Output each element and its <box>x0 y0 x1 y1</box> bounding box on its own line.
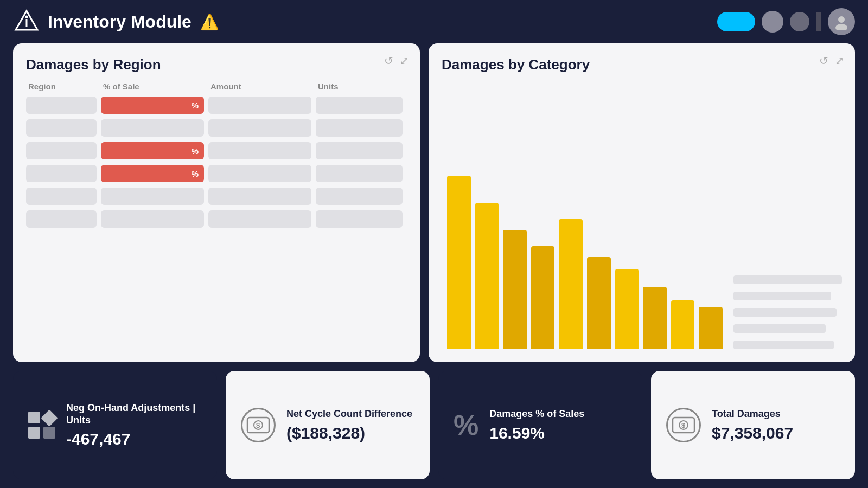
cell-pct-empty <box>101 210 204 228</box>
svg-point-3 <box>838 16 845 23</box>
metric-neg-on-hand: Neg On-Hand Adjustments | Units -467,467 <box>13 371 217 479</box>
legend-line-4 <box>733 324 826 333</box>
blue-button[interactable] <box>717 12 755 31</box>
cell-region <box>26 188 97 205</box>
chart-legend <box>723 265 842 349</box>
user-avatar[interactable] <box>828 8 855 35</box>
col-region: Region <box>28 82 99 91</box>
bar-chart <box>447 176 723 349</box>
panel-title-left: Damages by Region <box>26 56 407 73</box>
cell-units <box>316 188 403 205</box>
bottom-row: Neg On-Hand Adjustments | Units -467,467… <box>13 371 855 479</box>
cell-amount <box>208 119 311 137</box>
cell-region <box>26 119 97 137</box>
top-row: Damages by Region ↺ ⤢ Region % of Sale A… <box>13 43 855 362</box>
expand-button-right[interactable]: ⤢ <box>835 54 844 67</box>
main-content: Damages by Region ↺ ⤢ Region % of Sale A… <box>0 43 868 488</box>
header: Inventory Module ⚠️ <box>0 0 868 43</box>
panel-controls-left: ↺ ⤢ <box>384 54 409 67</box>
net-cycle-icon: $ <box>241 408 276 442</box>
legend-line-2 <box>733 292 831 300</box>
app-title: Inventory Module <box>48 12 192 32</box>
cell-amount <box>208 188 311 205</box>
bar-4 <box>531 246 555 349</box>
table-row <box>26 119 407 137</box>
cell-units <box>316 165 403 182</box>
table-row <box>26 210 407 228</box>
col-amount: Amount <box>210 82 314 91</box>
metric-damages-pct: % Damages % of Sales 16.59% <box>438 371 642 479</box>
damages-pct-label: Damages % of Sales <box>489 408 584 420</box>
neg-on-hand-icon <box>28 412 55 439</box>
cell-pct-empty <box>101 188 204 205</box>
bar-7 <box>615 269 639 349</box>
cell-units <box>316 119 403 137</box>
total-damages-text: Total Damages $7,358,067 <box>712 408 793 442</box>
icon-sq2 <box>28 427 40 439</box>
table-row <box>26 188 407 205</box>
logo-icon <box>13 8 40 35</box>
table-row: % <box>26 165 407 182</box>
net-cycle-label: Net Cycle Count Difference <box>286 408 412 420</box>
bar-2 <box>475 203 499 349</box>
bar-8 <box>643 287 667 349</box>
alert-icon: ⚠️ <box>200 13 219 31</box>
cell-region <box>26 165 97 182</box>
cell-pct-bar: % <box>101 165 204 182</box>
gray-button-1[interactable] <box>762 11 783 33</box>
cell-region <box>26 210 97 228</box>
panel-title-right: Damages by Category <box>442 56 842 73</box>
svg-point-4 <box>835 24 847 30</box>
damages-pct-icon: % <box>454 411 478 439</box>
cell-amount <box>208 165 311 182</box>
metric-net-cycle: $ Net Cycle Count Difference ($188,328) <box>226 371 430 479</box>
total-damages-icon: $ <box>666 408 701 442</box>
cell-pct-bar: % <box>101 142 204 159</box>
svg-text:$: $ <box>681 421 686 429</box>
neg-on-hand-text: Neg On-Hand Adjustments | Units -467,467 <box>66 402 202 449</box>
bar-6 <box>587 257 611 349</box>
cell-amount <box>208 210 311 228</box>
svg-point-2 <box>25 16 28 18</box>
damages-pct-text: Damages % of Sales 16.59% <box>489 408 584 442</box>
chart-area <box>442 82 842 349</box>
neg-on-hand-value: -467,467 <box>66 430 202 448</box>
legend-line-1 <box>733 275 842 284</box>
gray-button-3[interactable] <box>816 12 821 31</box>
col-pct-sale: % of Sale <box>103 82 206 91</box>
bar-9 <box>671 300 695 349</box>
cell-pct-bar: % <box>101 97 204 114</box>
legend-line-5 <box>733 341 834 349</box>
cell-region <box>26 142 97 159</box>
cell-amount <box>208 97 311 114</box>
table-header: Region % of Sale Amount Units <box>26 82 407 91</box>
refresh-button-right[interactable]: ↺ <box>819 54 828 67</box>
bar-5 <box>559 219 583 349</box>
bar-1 <box>447 176 471 349</box>
cell-units <box>316 142 403 159</box>
gray-button-2[interactable] <box>790 12 809 31</box>
expand-button-left[interactable]: ⤢ <box>400 54 409 67</box>
neg-on-hand-label: Neg On-Hand Adjustments | Units <box>66 402 202 427</box>
cell-amount <box>208 142 311 159</box>
refresh-button-left[interactable]: ↺ <box>384 54 393 67</box>
metric-total-damages: $ Total Damages $7,358,067 <box>651 371 855 479</box>
cell-units <box>316 97 403 114</box>
header-actions <box>717 8 855 35</box>
total-damages-label: Total Damages <box>712 408 793 420</box>
damages-by-category-panel: Damages by Category ↺ ⤢ <box>429 43 855 362</box>
bar-3 <box>503 230 527 349</box>
legend-line-3 <box>733 308 837 317</box>
cell-region <box>26 97 97 114</box>
net-cycle-value: ($188,328) <box>286 424 412 442</box>
panel-controls-right: ↺ ⤢ <box>819 54 844 67</box>
damages-pct-value: 16.59% <box>489 424 584 442</box>
svg-text:$: $ <box>256 421 260 429</box>
total-damages-value: $7,358,067 <box>712 424 793 442</box>
net-cycle-text: Net Cycle Count Difference ($188,328) <box>286 408 412 442</box>
table-row: % <box>26 97 407 114</box>
table-row: % <box>26 142 407 159</box>
bar-10 <box>699 307 723 349</box>
damages-by-region-panel: Damages by Region ↺ ⤢ Region % of Sale A… <box>13 43 420 362</box>
icon-sq1 <box>28 412 40 423</box>
